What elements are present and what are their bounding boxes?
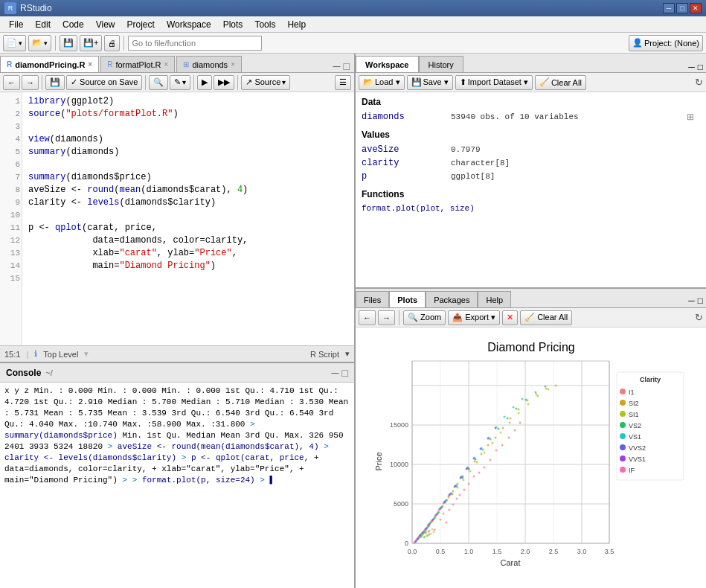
minimize-button[interactable]: ─ <box>663 3 675 13</box>
project-button[interactable]: 👤 Project: (None) <box>629 35 703 51</box>
load-icon: 📂 <box>363 77 373 87</box>
svg-text:2.0: 2.0 <box>520 548 530 555</box>
main-layout: R diamondPricing.R × R formatPlot.R × ⊞ … <box>0 54 706 588</box>
run-button[interactable]: ▶ <box>197 75 212 90</box>
tab-close-1[interactable]: × <box>164 60 169 68</box>
tab-label-1: formatPlot.R <box>115 60 161 69</box>
svg-point-92 <box>499 432 501 434</box>
open-button[interactable]: 📂 ▾ <box>28 35 51 51</box>
menu-code[interactable]: Code <box>57 18 90 31</box>
menu-tools[interactable]: Tools <box>248 18 281 31</box>
avesize-value: 0.7979 <box>451 145 481 154</box>
tab-maximize-button[interactable]: □ <box>342 60 351 72</box>
svg-point-29 <box>439 519 441 521</box>
ws-save-button[interactable]: 💾 Save ▾ <box>407 75 453 90</box>
new-file-button[interactable]: 📄 ▾ <box>3 35 26 51</box>
toolbar-separator-2 <box>123 36 124 51</box>
svg-point-66 <box>487 444 489 447</box>
load-button[interactable]: 📂 Load ▾ <box>359 75 405 90</box>
r-file-icon-1: R <box>107 60 112 68</box>
clear-plots-button[interactable]: 🧹 Clear All <box>520 310 572 325</box>
run-to-button[interactable]: ▶▶ <box>214 75 234 90</box>
tab-workspace[interactable]: Workspace <box>356 56 419 72</box>
delete-plot-button[interactable]: ✕ <box>502 310 518 325</box>
titlebar-controls[interactable]: ─ □ ✕ <box>663 3 702 13</box>
svg-point-139 <box>503 416 505 418</box>
menu-project[interactable]: Project <box>121 18 161 31</box>
table-icon[interactable]: ⊞ <box>687 112 700 122</box>
editor-area: R diamondPricing.R × R formatPlot.R × ⊞ … <box>0 54 354 363</box>
edit-button[interactable]: ✎ ▾ <box>170 75 190 90</box>
tab-diamonds[interactable]: ⊞ diamonds × <box>176 56 242 72</box>
ws-maximize[interactable]: □ <box>698 62 703 72</box>
print-button[interactable]: 🖨 <box>104 35 120 51</box>
tab-minimize-button[interactable]: ─ <box>332 60 342 72</box>
clear-all-button[interactable]: 🧹 Clear All <box>535 75 586 90</box>
svg-point-171 <box>453 486 455 488</box>
svg-point-197 <box>424 532 426 534</box>
svg-point-45 <box>513 429 516 432</box>
code-editor[interactable]: 123456789101112131415 library(ggplot2) s… <box>0 92 354 345</box>
find-button[interactable]: 🔍 <box>149 75 168 90</box>
tab-files[interactable]: Files <box>356 291 389 307</box>
back-button[interactable]: ← <box>3 75 20 90</box>
goto-input[interactable] <box>128 36 262 51</box>
plots-refresh-icon[interactable]: ↻ <box>695 312 703 323</box>
tab-close-2[interactable]: × <box>231 60 235 68</box>
source-on-save-button[interactable]: ✓ Source on Save <box>66 75 142 90</box>
next-plot-button[interactable]: → <box>378 310 395 325</box>
toolbar-separator-1 <box>55 36 56 51</box>
svg-point-89 <box>475 461 478 464</box>
tab-packages[interactable]: Packages <box>426 291 478 307</box>
ws-minimize[interactable]: ─ <box>688 62 695 72</box>
refresh-icon[interactable]: ↻ <box>695 77 703 88</box>
tab-format-plot[interactable]: R formatPlot.R × <box>100 56 175 72</box>
svg-point-119 <box>534 392 536 394</box>
plots-maximize[interactable]: □ <box>698 295 703 306</box>
plots-minimize[interactable]: ─ <box>688 295 695 306</box>
app-icon: R <box>4 2 16 14</box>
prev-plot-button[interactable]: ← <box>359 310 376 325</box>
menu-workspace[interactable]: Workspace <box>161 18 217 31</box>
svg-text:1.0: 1.0 <box>463 548 473 555</box>
menu-edit[interactable]: Edit <box>29 18 57 31</box>
maximize-button[interactable]: □ <box>676 3 688 13</box>
export-button[interactable]: 📤 Export ▾ <box>448 310 500 325</box>
console-maximize[interactable]: □ <box>342 367 348 379</box>
save-button[interactable]: 💾 <box>60 35 77 51</box>
broom-icon: 🧹 <box>539 77 550 87</box>
source-button[interactable]: ↗ Source ▾ <box>241 75 290 90</box>
tab-help[interactable]: Help <box>478 291 511 307</box>
forward-button[interactable]: → <box>22 75 39 90</box>
svg-text:VVS1: VVS1 <box>629 456 646 463</box>
zoom-button[interactable]: 🔍 Zoom <box>403 310 446 325</box>
import-dataset-button[interactable]: ⬆ Import Dataset ▾ <box>455 75 533 90</box>
tab-history[interactable]: History <box>419 56 463 72</box>
code-content[interactable]: library(ggplot2) source("plots/formatPlo… <box>22 92 354 345</box>
tab-close-0[interactable]: × <box>88 60 92 68</box>
console-minimize[interactable]: ─ <box>332 367 339 379</box>
data-row-diamonds[interactable]: diamonds 53940 obs. of 10 variables ⊞ <box>362 110 700 124</box>
menu-help[interactable]: Help <box>281 18 312 31</box>
menu-plots[interactable]: Plots <box>217 18 249 31</box>
save-editor-button[interactable]: 💾 <box>45 75 65 90</box>
menu-view[interactable]: View <box>90 18 121 31</box>
menu-file[interactable]: File <box>3 18 29 31</box>
ed-sep-4 <box>237 75 238 90</box>
tab-diamond-pricing[interactable]: R diamondPricing.R × <box>0 56 99 72</box>
diamonds-name: diamonds <box>362 112 451 122</box>
close-button[interactable]: ✕ <box>690 3 702 13</box>
editor-options-button[interactable]: ☰ <box>335 75 351 90</box>
svg-point-87 <box>462 479 464 482</box>
script-mode-arrow: ▾ <box>345 349 350 359</box>
load-label: Load ▾ <box>375 77 400 87</box>
save-all-button[interactable]: 💾+ <box>80 35 102 51</box>
main-toolbar: 📄 ▾ 📂 ▾ 💾 💾+ 🖨 👤 Project: (None) <box>0 33 706 54</box>
svg-point-140 <box>512 406 514 409</box>
value-row-clarity: clarity character[8] <box>362 156 700 170</box>
tab-plots[interactable]: Plots <box>389 291 426 307</box>
console-content[interactable]: x y z Min. : 0.000 Min. : 0.000 Min. : 0… <box>0 383 354 588</box>
ed-sep-2 <box>145 75 146 90</box>
svg-text:3.5: 3.5 <box>604 548 614 555</box>
svg-point-31 <box>445 522 447 524</box>
